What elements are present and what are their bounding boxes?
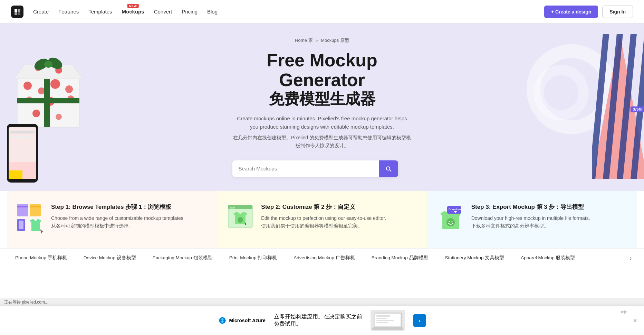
step-3-text: Step 3: Export Mockup 第 3 步：导出模型 Downloa… xyxy=(471,203,590,230)
category-branding[interactable]: Branding Mockup 品牌模型 xyxy=(363,249,437,268)
svg-rect-3 xyxy=(18,12,20,15)
category-apparel[interactable]: Apparel Mockup 服装模型 xyxy=(512,249,583,268)
category-stationery[interactable]: Stationery Mockup 文具模型 xyxy=(437,249,513,268)
step-3-card: Download Step 3: Export Mockup 第 3 步：导出模… xyxy=(427,191,637,248)
category-advertising[interactable]: Advertising Mockup 广告样机 xyxy=(285,249,363,268)
svg-point-13 xyxy=(56,114,62,120)
svg-rect-2 xyxy=(15,12,17,15)
nav-mockups[interactable]: NEW Mockups xyxy=(122,9,144,15)
svg-point-12 xyxy=(32,110,40,117)
signin-button[interactable]: Sign In xyxy=(602,6,633,18)
app-logo[interactable] xyxy=(11,6,23,18)
breadcrumb: Home 家 > Mockups 原型 xyxy=(232,37,412,44)
step-3-icon: Download xyxy=(437,203,464,234)
svg-rect-38 xyxy=(19,221,23,229)
hero-section: 375M Home 家 > Mockups 原型 Free Mockup Gen… xyxy=(0,24,644,191)
search-bar xyxy=(232,160,398,177)
nav-left: Create Features Templates NEW Mockups Co… xyxy=(11,6,218,18)
breadcrumb-home[interactable]: Home 家 xyxy=(295,37,313,44)
step-1-card: Step 1: Browse Templates 步骤 1：浏览模板 Choos… xyxy=(7,191,217,248)
svg-rect-34 xyxy=(17,206,28,207)
nav-templates[interactable]: Templates xyxy=(88,9,112,15)
step-1-desc-cn: 从各种可定制的模型模板中进行选择。 xyxy=(51,222,185,230)
search-input[interactable] xyxy=(232,161,379,176)
breadcrumb-separator: > xyxy=(316,38,318,43)
step-1-icon-area xyxy=(17,203,44,236)
categories-next-arrow[interactable]: › xyxy=(624,249,637,268)
svg-text:Edit: Edit xyxy=(230,206,235,209)
nav-blog[interactable]: Blog xyxy=(207,9,218,15)
counter-badge: 375M xyxy=(631,106,644,112)
search-icon xyxy=(385,165,392,172)
nav-right: + Create a design Sign In xyxy=(544,6,633,18)
nav-create[interactable]: Create xyxy=(33,9,49,15)
step-2-card: Edit Step 2: Customize 第 2 步：自定义 Edit th… xyxy=(217,191,427,248)
hero-title-en: Free Mockup Generator xyxy=(232,50,412,90)
svg-rect-1 xyxy=(18,9,20,12)
step-2-icon-area: Edit xyxy=(227,203,254,236)
step-1-title: Step 1: Browse Templates 步骤 1：浏览模板 xyxy=(51,203,185,211)
svg-point-21 xyxy=(44,61,52,68)
svg-point-43 xyxy=(238,217,243,223)
svg-rect-27 xyxy=(10,136,31,138)
steps-section: Step 1: Browse Templates 步骤 1：浏览模板 Choos… xyxy=(0,191,644,248)
svg-rect-26 xyxy=(10,131,35,133)
navbar: Create Features Templates NEW Mockups Co… xyxy=(0,0,644,24)
phone-decoration xyxy=(0,120,62,191)
hero-desc-cn: 在几分钟内在线创建模型。Pixelied 的免费模型生成器可帮助您使用可编辑的模… xyxy=(232,134,412,149)
category-print[interactable]: Print Mockup 打印样机 xyxy=(221,249,286,268)
step-1-text: Step 1: Browse Templates 步骤 1：浏览模板 Choos… xyxy=(51,203,185,230)
new-badge: NEW xyxy=(127,4,139,8)
phone-svg xyxy=(0,120,52,189)
svg-rect-36 xyxy=(30,206,41,207)
svg-text:Download: Download xyxy=(449,208,462,211)
svg-point-7 xyxy=(50,79,60,89)
category-device[interactable]: Device Mockup 设备模型 xyxy=(75,249,144,268)
nav-convert[interactable]: Convert xyxy=(154,9,172,15)
circle-decoration-2 xyxy=(534,65,589,120)
step-2-icon: Edit xyxy=(227,203,254,234)
svg-point-46 xyxy=(449,221,450,222)
nav-pricing[interactable]: Pricing xyxy=(182,9,198,15)
create-design-button[interactable]: + Create a design xyxy=(544,6,598,18)
step-1-icon xyxy=(17,203,44,234)
step-2-text: Step 2: Customize 第 2 步：自定义 Edit the moc… xyxy=(261,203,386,230)
nav-features[interactable]: Features xyxy=(58,9,79,15)
search-button[interactable] xyxy=(379,160,398,177)
svg-rect-25 xyxy=(9,170,22,179)
breadcrumb-current: Mockups 原型 xyxy=(321,37,349,44)
hero-title-cn: 免费模型生成器 xyxy=(232,90,412,108)
svg-rect-33 xyxy=(17,204,28,216)
step-2-desc-cn: 使用我们易于使用的编辑器将模型编辑至完美。 xyxy=(261,222,386,230)
step-3-desc-cn: 下载多种文件格式的高分辨率模型。 xyxy=(471,222,590,230)
hero-content: Home 家 > Mockups 原型 Free Mockup Generato… xyxy=(232,37,412,177)
svg-point-6 xyxy=(38,87,45,94)
hero-desc-en: Create mockups online in minutes. Pixeli… xyxy=(232,114,412,131)
svg-point-45 xyxy=(446,218,455,226)
step-3-title: Step 3: Export Mockup 第 3 步：导出模型 xyxy=(471,203,590,211)
svg-marker-39 xyxy=(40,229,44,234)
svg-point-8 xyxy=(65,85,73,93)
step-1-desc-en: Choose from a wide range of customizable… xyxy=(51,214,185,222)
step-2-desc-en: Edit the mockup to perfection using our … xyxy=(261,214,386,222)
step-3-icon-area: Download xyxy=(437,203,464,236)
step-3-desc-en: Download your high-res mockup in multipl… xyxy=(471,214,590,222)
category-phone[interactable]: Phone Mockup 手机样机 xyxy=(7,249,75,268)
svg-point-47 xyxy=(451,221,452,222)
step-2-title: Step 2: Customize 第 2 步：自定义 xyxy=(261,203,386,211)
svg-rect-0 xyxy=(15,9,17,12)
categories-bar: Phone Mockup 手机样机 Device Mockup 设备模型 Pac… xyxy=(0,248,644,268)
svg-point-5 xyxy=(23,82,32,90)
category-packaging[interactable]: Packaging Mockup 包装模型 xyxy=(144,249,221,268)
svg-rect-35 xyxy=(30,204,41,216)
